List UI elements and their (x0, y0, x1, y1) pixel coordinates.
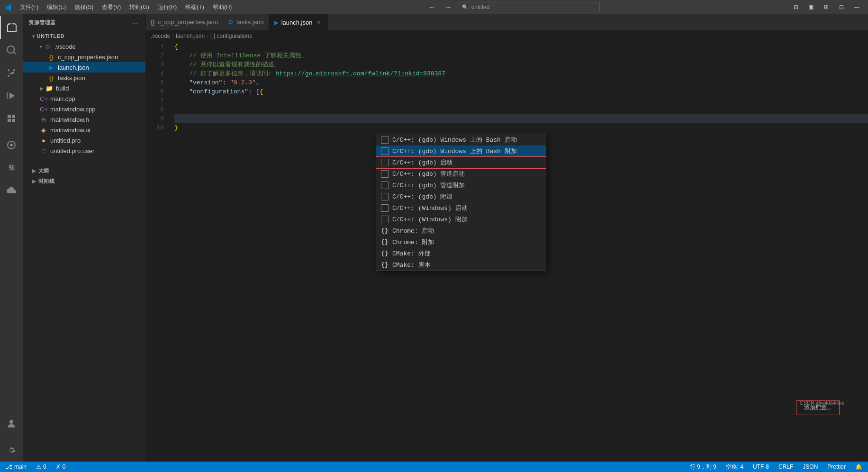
status-formatter[interactable]: Prettier (825, 463, 848, 470)
breadcrumb-vscode[interactable]: .vscode (151, 33, 170, 39)
breadcrumb-configurations[interactable]: [ ] configurations (210, 33, 252, 39)
dropdown-item-11[interactable]: {} CMake: 脚本 (376, 259, 546, 271)
minimize-button[interactable]: — (850, 2, 863, 12)
cpp2-file-icon: C+ (40, 106, 47, 113)
folder-vscode-icon: ⚙ (44, 43, 52, 50)
breadcrumb-launch[interactable]: launch.json (176, 33, 205, 39)
sidebar-layout-button[interactable]: ▣ (805, 2, 818, 12)
activity-run[interactable] (0, 84, 23, 107)
line-numbers: 1 2 3 4 5 6 7 8 9 10 (146, 41, 170, 462)
tree-file-untitled-pro-user[interactable]: □ untitled.pro.user (23, 145, 145, 156)
dropdown-item-3[interactable]: C/C++: (gdb) 管道启动 (376, 168, 546, 180)
tab-launch[interactable]: ▶ launch.json ✕ (269, 14, 328, 30)
dropdown-item-10[interactable]: {} CMake: 外部 (376, 248, 546, 259)
tree-folder-build[interactable]: ▶ 📁 build (23, 83, 145, 93)
search-bar[interactable]: 🔍 untitled (458, 2, 600, 12)
sidebar-more-button[interactable]: ··· (130, 18, 140, 27)
activity-cloud[interactable] (0, 179, 23, 202)
dropdown-item-1[interactable]: C/C++: (gdb) Windows 上的 Bash 附加 (376, 145, 546, 157)
tab-tasks[interactable]: ⚙ tasks.json (223, 14, 269, 30)
activity-settings[interactable] (0, 439, 23, 462)
status-warnings[interactable]: ⚠ 0 (34, 463, 48, 470)
panel-layout-button[interactable]: ⊡ (789, 2, 803, 12)
status-cursor[interactable]: 行 9，列 9 (688, 463, 718, 471)
fullscreen-button[interactable]: ⊡ (835, 2, 848, 12)
status-eol[interactable]: CRLF (777, 463, 795, 470)
dropdown-item-2[interactable]: C/C++: (gdb) 启动 (376, 157, 546, 168)
tree-file-mainwindow-ui[interactable]: ◈ mainwindow.ui (23, 125, 145, 135)
h-file-icon: H (40, 116, 47, 123)
activity-explorer[interactable] (0, 16, 23, 39)
tab-launch-close-button[interactable]: ✕ (315, 18, 323, 26)
dropdown-item-4[interactable]: C/C++: (gdb) 管道附加 (376, 180, 546, 191)
status-spaces-label: 空格: 4 (726, 463, 743, 471)
sidebar-actions: ··· (130, 18, 140, 27)
menu-help[interactable]: 帮助(H) (209, 2, 236, 12)
status-formatter-label: Prettier (827, 463, 846, 470)
folder-build-icon: 📁 (45, 85, 53, 92)
code-line-9 (174, 114, 868, 123)
add-config-button[interactable]: 添加配置... (796, 400, 840, 415)
menu-edit[interactable]: 编辑(E) (43, 2, 70, 12)
nav-back-button[interactable]: ← (425, 2, 439, 12)
activity-remote[interactable] (0, 134, 23, 156)
dropdown-item-9[interactable]: {} Chrome: 附加 (376, 236, 546, 248)
pro-file-icon: ● (40, 137, 47, 144)
tree-file-mainwindow-h[interactable]: H mainwindow.h (23, 114, 145, 125)
code-line-1: { (174, 42, 868, 51)
layout-button[interactable]: ⊞ (820, 2, 833, 12)
tree-root-untitled[interactable]: ▾ UNTITLED (23, 31, 145, 41)
tree-file-launch-json-label: launch.json (58, 64, 89, 71)
notification-icon: 🔔 (855, 463, 862, 470)
tree-outline-section[interactable]: ▶ 大纲 (23, 165, 145, 176)
menu-select[interactable]: 选择(S) (71, 2, 97, 12)
dropdown-item-8[interactable]: {} Chrome: 启动 (376, 225, 546, 236)
menu-goto[interactable]: 转到(G) (126, 2, 153, 12)
status-spaces[interactable]: 空格: 4 (724, 463, 745, 471)
tree-file-untitled-pro[interactable]: ● untitled.pro (23, 135, 145, 145)
dropdown-item-label-1: C/C++: (gdb) Windows 上的 Bash 附加 (392, 147, 517, 156)
tasks-json-icon: {} (47, 74, 55, 82)
status-notifications[interactable]: 🔔 (853, 463, 864, 470)
dropdown-curly-icon-11: {} (381, 261, 389, 269)
intellisense-dropdown[interactable]: C/C++: (gdb) Windows 上的 Bash 启动 C/C++: (… (376, 134, 546, 271)
tree-file-c-cpp-props[interactable]: {} c_cpp_properties.json (23, 52, 145, 62)
code-line-10: } (174, 123, 868, 132)
status-branch[interactable]: ⎇ main (4, 463, 28, 470)
status-language[interactable]: JSON (801, 463, 820, 470)
activity-account[interactable] (0, 412, 23, 435)
branch-icon: ⎇ (6, 463, 12, 470)
dropdown-item-5[interactable]: C/C++: (gdb) 附加 (376, 191, 546, 202)
status-errors[interactable]: ✗ 0 (54, 463, 68, 470)
svg-point-2 (8, 75, 9, 77)
tree-timeline-section[interactable]: ▶ 时间线 (23, 176, 145, 186)
activity-source-control[interactable] (0, 62, 23, 84)
tab-c-cpp-properties[interactable]: {} c_cpp_properties.json (146, 14, 223, 30)
dropdown-item-7[interactable]: C/C++: (Windows) 附加 (376, 214, 546, 225)
status-encoding[interactable]: UTF-8 (751, 463, 771, 470)
dropdown-box-icon-0 (381, 136, 389, 144)
activity-extensions[interactable] (0, 107, 23, 130)
menu-view[interactable]: 查看(V) (98, 2, 125, 12)
chevron-down-icon: ▾ (40, 44, 42, 49)
activity-knowledge[interactable]: 知 (0, 156, 23, 179)
dropdown-item-0[interactable]: C/C++: (gdb) Windows 上的 Bash 启动 (376, 134, 546, 145)
dropdown-item-6[interactable]: C/C++: (Windows) 启动 (376, 202, 546, 214)
tree-file-mainwindow-h-label: mainwindow.h (50, 116, 89, 123)
nav-forward-button[interactable]: → (442, 2, 455, 12)
menu-file[interactable]: 文件(F) (16, 2, 42, 12)
dropdown-item-label-10: CMake: 外部 (392, 249, 431, 258)
menu-run[interactable]: 运行(R) (154, 2, 181, 12)
code-editor[interactable]: { // 使用 IntelliSense 了解相关属性。 // 悬停以查看现有属… (170, 41, 868, 462)
code-line-7 (174, 96, 868, 105)
tree-file-launch-json[interactable]: ▶ launch.json (23, 62, 145, 73)
menu-terminal[interactable]: 终端(T) (181, 2, 208, 12)
tree-file-main-cpp[interactable]: C+ main.cpp (23, 93, 145, 104)
tree-file-mainwindow-cpp[interactable]: C+ mainwindow.cpp (23, 104, 145, 114)
tree-folder-vscode[interactable]: ▾ ⚙ .vscode (23, 41, 145, 52)
activity-search[interactable] (0, 39, 23, 62)
tree-file-tasks-json[interactable]: {} tasks.json (23, 73, 145, 83)
dropdown-item-label-2: C/C++: (gdb) 启动 (392, 158, 452, 167)
ui-file-icon: ◈ (40, 127, 47, 134)
status-bar: ⎇ main ⚠ 0 ✗ 0 行 9，列 9 空格: 4 UTF-8 CRLF … (0, 462, 868, 472)
